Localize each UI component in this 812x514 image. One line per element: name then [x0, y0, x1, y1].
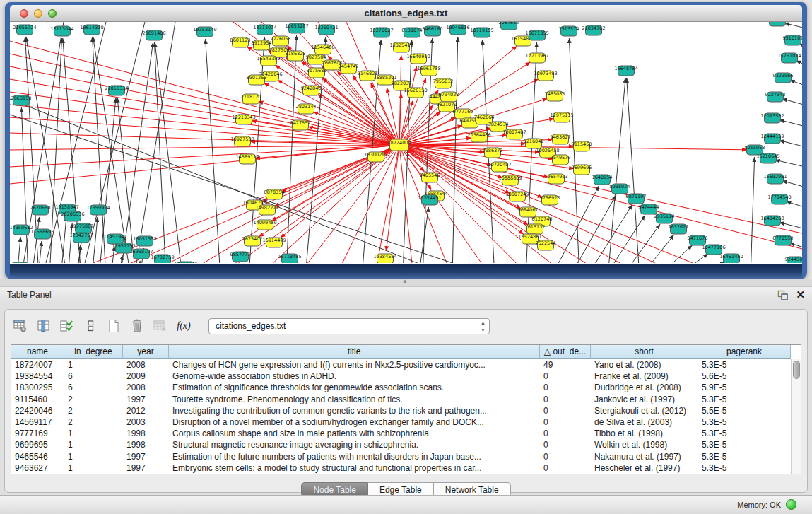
graph-node[interactable]: 12342757	[69, 233, 93, 243]
graph-node[interactable]: 2718120	[241, 94, 261, 104]
graph-node[interactable]: 9329966	[773, 73, 794, 83]
graph-node[interactable]: 21055724	[13, 25, 36, 35]
graph-node[interactable]: 18300295	[364, 152, 387, 162]
graph-node[interactable]: 9463627	[551, 134, 571, 144]
divider-handle-icon[interactable]: ▲	[402, 278, 408, 284]
graph-node[interactable]: 11451942	[103, 234, 126, 244]
graph-node[interactable]: 8901253	[247, 75, 267, 85]
graph-node[interactable]: 12213967	[525, 53, 548, 63]
graph-node[interactable]: 20206536	[61, 211, 84, 221]
graph-node[interactable]: 15354451	[418, 195, 441, 205]
float-panel-icon[interactable]	[777, 290, 788, 300]
split-divider[interactable]: ▲	[0, 279, 812, 286]
graph-node[interactable]: 12213343	[232, 115, 255, 124]
graph-node[interactable]: 7625402	[242, 236, 263, 246]
column-header-year[interactable]: year	[123, 345, 169, 359]
graph-node[interactable]: 16640910	[406, 54, 430, 64]
graph-node[interactable]: 20691406	[142, 30, 165, 40]
graph-node[interactable]: 16961758	[417, 66, 440, 76]
graph-node[interactable]: 20364486	[467, 132, 490, 142]
graph-node[interactable]: 9756928	[540, 195, 560, 205]
graph-node[interactable]: 10807487	[502, 129, 526, 139]
network-canvas[interactable]: 8601123891295422260589827509165433928186…	[10, 22, 802, 264]
graph-node[interactable]: 8878354	[264, 189, 285, 199]
table-row[interactable]: 946554611997Estimation of the future num…	[11, 451, 791, 462]
graph-node[interactable]: 9244502	[785, 257, 802, 263]
graph-node[interactable]: 9115460	[572, 141, 592, 151]
graph-node[interactable]: 2063150	[11, 95, 32, 105]
graph-node[interactable]: 16782759	[151, 255, 174, 263]
graph-node[interactable]: 9857771	[230, 252, 251, 262]
column-select-icon[interactable]	[59, 317, 76, 334]
close-panel-icon[interactable]: ✕	[796, 288, 805, 301]
graph-node[interactable]: 19654923	[544, 174, 567, 184]
graph-node[interactable]: 8938924	[610, 184, 630, 194]
graph-node[interactable]: 13250421	[314, 25, 338, 35]
graph-node[interactable]: 10720407	[488, 162, 511, 172]
graph-node[interactable]: 9227343	[765, 92, 786, 102]
graph-node[interactable]: 7513574	[559, 26, 579, 36]
graph-node[interactable]: 17359924	[86, 205, 110, 215]
graph-node[interactable]: 12093582	[760, 113, 784, 123]
graph-node[interactable]: 7632621	[669, 224, 689, 234]
graph-node[interactable]: 16461450	[719, 254, 743, 263]
column-header-name[interactable]: name	[11, 345, 64, 359]
table-row[interactable]: 2242004622012Investigating the contribut…	[11, 405, 791, 416]
memory-status-indicator[interactable]	[786, 499, 796, 510]
graph-node[interactable]: 14350612	[10, 225, 33, 235]
table-row[interactable]: 977716911998Corpus callosum shape and si…	[11, 428, 791, 439]
column-header-in_degree[interactable]: in_degree	[64, 345, 123, 359]
table-selector-dropdown[interactable]: citations_edges.txt ▲▼	[208, 318, 490, 334]
create-column-icon[interactable]	[105, 317, 122, 334]
graph-node[interactable]: 2226058	[271, 36, 291, 46]
graph-node[interactable]: 19384554	[373, 254, 396, 263]
graph-node[interactable]: 7986372	[483, 148, 503, 158]
graph-node[interactable]: 12923445	[174, 262, 197, 263]
graph-node[interactable]: 7955812	[433, 78, 454, 88]
column-header-short[interactable]: short	[591, 345, 698, 359]
graph-node[interactable]: 16210645	[756, 153, 779, 163]
graph-node[interactable]: 19046816	[446, 25, 469, 35]
graph-node[interactable]: 11568693	[30, 229, 54, 239]
table-options-icon[interactable]	[12, 317, 29, 334]
table-row[interactable]: 946362711997Embryonic stem cells: a mode…	[11, 462, 791, 474]
scrollbar-thumb[interactable]	[793, 361, 800, 379]
network-graph[interactable]: 8601123891295422260589827509165433928186…	[10, 22, 802, 263]
graph-node[interactable]: 16404258	[760, 216, 784, 226]
graph-node[interactable]: 18724007	[387, 139, 411, 151]
table-row[interactable]: 969969511998Structural magnetic resonanc…	[11, 439, 791, 450]
row-height-icon[interactable]	[82, 317, 99, 334]
graph-node[interactable]: 8454749	[339, 64, 359, 74]
graph-node[interactable]: 9465546	[420, 173, 440, 182]
graph-node[interactable]: 10927538	[230, 136, 254, 146]
graph-node[interactable]: 19010461	[10, 262, 32, 263]
graph-node[interactable]: 21834762	[582, 25, 605, 35]
graph-node[interactable]: 8471676	[688, 235, 708, 245]
function-builder-icon[interactable]: f(x)	[175, 317, 192, 334]
graph-node[interactable]: 10477106	[702, 245, 725, 255]
graph-node[interactable]: 8466160	[423, 26, 443, 36]
table-row[interactable]: 1872400712008Changes of HCN gene express…	[11, 359, 791, 370]
graph-node[interactable]: 12975115	[550, 112, 573, 122]
graph-node[interactable]: 15751074	[777, 53, 801, 63]
table-row[interactable]: 911546021997Tourette syndrome. Phenomeno…	[11, 394, 791, 405]
graph-node[interactable]: 8186328	[286, 51, 306, 61]
graph-node[interactable]: 16914479	[262, 238, 286, 247]
column-header-out_de[interactable]: △ out_de...	[540, 345, 591, 359]
graph-node[interactable]: 18807249	[505, 192, 529, 201]
graph-node[interactable]: 9549579	[551, 155, 571, 165]
column-header-pagerank[interactable]: pagerank	[698, 345, 791, 359]
graph-node[interactable]: 18313074	[253, 25, 276, 35]
graph-node[interactable]: 14099489	[253, 220, 276, 230]
graph-node[interactable]: 9474444	[639, 204, 659, 214]
graph-node[interactable]: 10973493	[534, 71, 557, 81]
graph-node[interactable]: 13325419	[389, 42, 413, 52]
graph-node[interactable]: 8601123	[230, 37, 251, 47]
graph-node[interactable]: 8770550	[773, 235, 794, 245]
table-scrollbar[interactable]	[791, 359, 801, 474]
graph-node[interactable]: 10653287	[285, 23, 308, 33]
graph-node[interactable]: 10688809	[498, 175, 522, 185]
graph-node[interactable]: 15718485	[278, 254, 301, 263]
graph-node[interactable]: 8427552	[290, 120, 311, 130]
graph-node[interactable]: 15276027	[370, 28, 393, 37]
